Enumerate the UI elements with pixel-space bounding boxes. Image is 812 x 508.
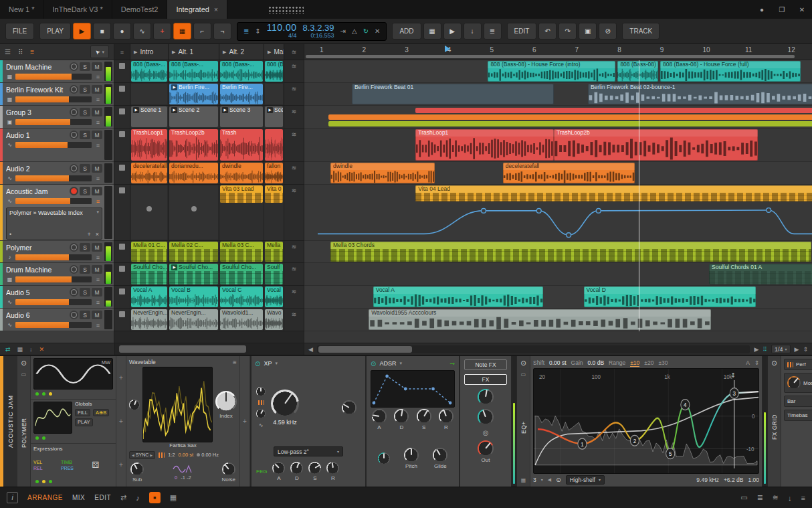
clip-slot[interactable]: Mella (264, 241, 284, 262)
mod-delay-knob[interactable] (787, 376, 801, 390)
eq-expand-icon[interactable]: ▭ (521, 371, 526, 377)
duplicate-button[interactable]: ▣ (579, 23, 597, 39)
eq-band-number[interactable]: 3 (533, 477, 536, 483)
launcher-clip[interactable]: Soulf (265, 264, 283, 284)
note-editor-icon[interactable]: ♪ (136, 494, 140, 502)
track-header-row[interactable]: Drum MachineSM▦≡ (0, 60, 114, 83)
eq-range-30[interactable]: ±30 (658, 359, 668, 366)
lane-options-icon[interactable]: ≋ (284, 241, 304, 262)
launcher-clip[interactable]: Vocal B (169, 286, 218, 307)
wavetable-preset-name[interactable]: Farfisa Sax (129, 442, 237, 450)
mute-button[interactable]: M (92, 131, 102, 139)
timb-expression[interactable]: TIMB (61, 460, 87, 464)
punch-clear-icon[interactable]: ✕ (375, 27, 380, 35)
arranger-clip[interactable]: Berlin Firework Beat 02-bounce-1 (588, 84, 812, 104)
lane-options-icon[interactable]: ≋ (284, 162, 304, 184)
ab-toggle[interactable]: A⊕B (93, 409, 109, 417)
track-menu-button[interactable]: TRACK (622, 23, 659, 39)
automation-point[interactable] (536, 209, 541, 214)
fold-tracks-icon[interactable]: ↓ (29, 346, 33, 353)
adsr-release-knob[interactable] (439, 409, 453, 424)
eq-band-node[interactable]: 4 (681, 400, 690, 410)
record-arm-button[interactable] (70, 164, 78, 173)
playhead-position-value[interactable]: 8.3.2.39 (303, 23, 334, 33)
track-name[interactable]: Audio 5 (6, 288, 68, 297)
tempo-icon[interactable]: ≣ (243, 27, 249, 35)
tap-tempo-icon[interactable]: ⇕ (255, 27, 260, 35)
time-signature-value[interactable]: 4/4 (288, 33, 297, 39)
project-tab-active[interactable]: Integrated × (167, 0, 227, 19)
solo-button[interactable]: S (80, 85, 90, 94)
eq-band-node[interactable]: 2 (630, 435, 639, 446)
clip-stop-button[interactable] (114, 309, 130, 331)
fxgrid-module-timebase[interactable]: Timebas (784, 410, 812, 421)
record-arm-button[interactable] (70, 243, 78, 252)
filter-lfo-icon[interactable]: ∿ (259, 422, 264, 428)
undo-button[interactable]: ↶ (538, 23, 556, 39)
launcher-scrollbar[interactable] (114, 343, 304, 355)
grid-snap-setting[interactable]: 1/4▾ (771, 345, 791, 353)
launcher-record-button[interactable]: ▦ (173, 23, 191, 39)
project-tab[interactable]: DemoTest2 (112, 0, 168, 19)
adsr-route-icon[interactable]: ⊸ (449, 360, 455, 367)
arranger-clip[interactable]: deceleratefall (503, 163, 635, 183)
clip-slot[interactable]: Soulful Cho... (130, 263, 169, 285)
scroll-left-button[interactable]: ◀ (308, 346, 313, 353)
rel-expression[interactable]: REL (33, 466, 56, 471)
track-options-icon[interactable]: ≡ (94, 254, 102, 261)
solo-button[interactable]: S (80, 243, 90, 252)
record-arm-button[interactable] (70, 311, 78, 319)
launcher-clip[interactable]: Soulful Cho... (131, 264, 167, 284)
solo-button[interactable]: S (80, 288, 90, 297)
scene-header[interactable]: ▶Alt. 1 (169, 44, 219, 60)
empty-clip-slot[interactable] (130, 83, 169, 105)
launcher-clip[interactable]: NeverEngin... (131, 309, 167, 330)
volume-fader[interactable] (15, 175, 92, 181)
arranger-clip[interactable]: 808 (Bass-08) - House Force (intro) (488, 61, 615, 82)
arranger-clip[interactable]: dwindle (330, 163, 435, 183)
volume-fader[interactable] (15, 299, 92, 305)
clip-slot[interactable]: Vita 0 (264, 185, 284, 240)
add-instrument-track-button[interactable]: ▦ (423, 23, 441, 39)
eq-power-button[interactable]: ⊙ (520, 359, 526, 367)
track-options-icon[interactable]: ≡ (94, 119, 102, 126)
mute-button[interactable]: M (92, 288, 102, 297)
launcher-clip[interactable]: Vita 0 (265, 185, 283, 203)
arranger-clip[interactable]: Wavoloid1955 Acccolours (369, 309, 711, 330)
track-options-icon[interactable]: ≡ (94, 198, 102, 205)
volume-fader[interactable] (15, 322, 92, 328)
launcher-clip[interactable] (265, 129, 283, 161)
add-effect-track-button[interactable]: ↓ (464, 23, 482, 39)
arranger-track-lane[interactable]: 808 (Bass-08) - House Force (intro)808 (… (304, 60, 812, 83)
glide-knob[interactable] (433, 448, 447, 462)
track-header-row[interactable]: Drum MachineSM▦≡ (0, 263, 114, 286)
device-power-button[interactable]: ⊙ (21, 359, 26, 367)
metronome-icon[interactable]: △ (352, 27, 357, 35)
lane-options-icon[interactable]: ≋ (284, 60, 304, 82)
scene-play-icon[interactable]: ▶ (223, 50, 226, 55)
add-button[interactable]: ADD (392, 23, 421, 39)
clip-slot[interactable]: Vita 03 Lead (219, 185, 264, 240)
solo-button[interactable]: S (80, 187, 90, 195)
clip-stop-button[interactable] (114, 241, 130, 262)
clip-stop-button[interactable] (114, 185, 130, 240)
clip-stop-dot[interactable] (191, 206, 197, 211)
clip-slot[interactable]: TrashLoop1 (130, 129, 169, 161)
record-arm-button[interactable] (70, 265, 78, 274)
wavetable-index-knob[interactable] (215, 391, 237, 412)
launcher-clip[interactable]: Soulful Cho... (220, 264, 263, 284)
launcher-clip[interactable]: fallon (265, 163, 283, 183)
filter-drive-knob[interactable] (256, 387, 266, 396)
mixer-panel-icon[interactable]: ▦ (170, 493, 177, 502)
remove-device-button[interactable]: × (96, 231, 99, 238)
launcher-clip[interactable]: Trash (220, 129, 263, 161)
automation-write-button[interactable]: ∿ (133, 23, 151, 39)
account-icon[interactable]: ● (752, 0, 772, 19)
eq-range-10[interactable]: ±10 (630, 359, 639, 367)
launcher-clip[interactable]: deceleratefall (131, 163, 167, 183)
launcher-clip[interactable]: Mella 03 C... (220, 242, 263, 262)
scene-play-icon[interactable]: ▶ (172, 50, 175, 55)
launcher-clip[interactable]: 808 (Bass-... (220, 61, 263, 82)
clip-slot[interactable]: ▶Soulful Cho... (169, 263, 219, 285)
eq-shift-value[interactable]: 0.00 st (549, 359, 567, 366)
